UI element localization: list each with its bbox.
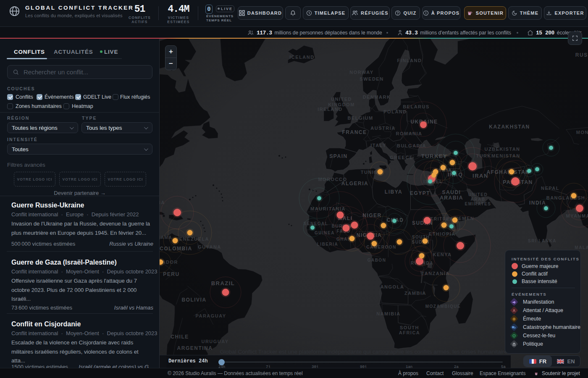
svg-text:Global Conflict Tracker est un: Global Conflict Tracker est une platefor… xyxy=(220,349,530,355)
